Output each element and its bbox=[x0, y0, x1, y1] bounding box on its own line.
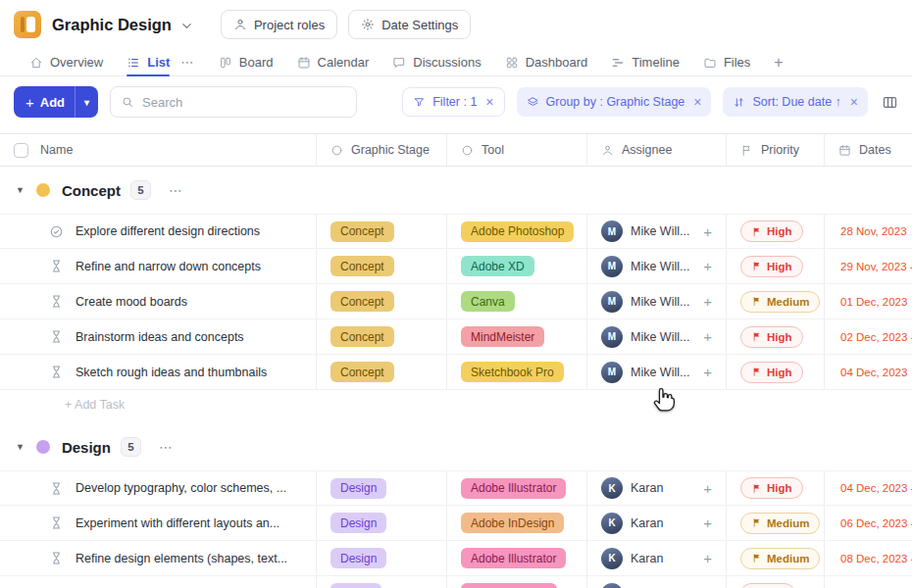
column-header-tool[interactable]: Tool bbox=[446, 134, 586, 166]
stage-badge[interactable]: Design bbox=[330, 513, 386, 533]
add-task-button[interactable]: + Add Task bbox=[0, 390, 912, 419]
avatar[interactable]: K bbox=[601, 477, 623, 499]
add-assignee-button[interactable]: + bbox=[703, 364, 726, 380]
tab-discussions[interactable]: Discussions bbox=[392, 49, 481, 75]
table-row-partial[interactable] bbox=[0, 576, 912, 588]
table-row[interactable]: Sketch rough ideas and thumbnails Concep… bbox=[0, 355, 912, 390]
task-pending-icon[interactable] bbox=[49, 481, 64, 496]
column-header-assignee[interactable]: Assignee bbox=[586, 134, 726, 166]
groupby-chip-close-icon[interactable]: × bbox=[693, 94, 701, 110]
priority-badge[interactable]: High bbox=[740, 477, 803, 499]
table-row[interactable]: Experiment with different layouts an... … bbox=[0, 506, 912, 541]
list-tab-options[interactable]: ⋯ bbox=[180, 55, 195, 70]
filter-chip[interactable]: Filter : 1 × bbox=[402, 87, 504, 117]
stage-badge[interactable] bbox=[330, 583, 381, 588]
task-pending-icon[interactable] bbox=[49, 329, 64, 344]
sort-chip-close-icon[interactable]: × bbox=[850, 94, 858, 110]
stage-badge[interactable]: Design bbox=[330, 478, 386, 499]
add-assignee-button[interactable]: + bbox=[703, 480, 726, 497]
priority-badge[interactable]: High bbox=[740, 362, 803, 383]
task-done-icon[interactable] bbox=[49, 224, 64, 239]
priority-badge[interactable]: Medium bbox=[740, 548, 820, 569]
task-pending-icon[interactable] bbox=[49, 515, 64, 530]
priority-badge[interactable] bbox=[740, 583, 795, 588]
group-collapse-chevron[interactable]: ▼ bbox=[16, 185, 25, 195]
group-options-icon[interactable]: ⋯ bbox=[169, 182, 184, 198]
column-header-priority[interactable]: Priority bbox=[726, 134, 824, 166]
priority-badge[interactable]: Medium bbox=[740, 291, 820, 313]
avatar[interactable]: M bbox=[601, 291, 623, 313]
groupby-chip[interactable]: Group by : Graphic Stage × bbox=[517, 87, 712, 117]
tool-badge[interactable]: Adobe Photoshop bbox=[461, 221, 574, 242]
task-pending-icon[interactable] bbox=[49, 365, 64, 379]
tab-dashboard[interactable]: Dashboard bbox=[505, 49, 588, 75]
add-assignee-button[interactable]: + bbox=[703, 223, 726, 240]
tool-badge[interactable]: MindMeister bbox=[461, 326, 544, 347]
tool-badge[interactable] bbox=[461, 583, 557, 588]
avatar[interactable]: K bbox=[601, 548, 623, 569]
add-view-button[interactable]: + bbox=[774, 54, 783, 72]
table-row[interactable]: Refine design elements (shapes, text... … bbox=[0, 541, 912, 576]
due-date[interactable]: 28 Nov, 2023 bbox=[840, 225, 907, 237]
group-collapse-chevron[interactable]: ▼ bbox=[16, 442, 25, 452]
tab-calendar[interactable]: Calendar bbox=[297, 49, 370, 75]
priority-badge[interactable]: High bbox=[740, 220, 803, 242]
due-date[interactable]: 04 Dec, 2023 bbox=[840, 367, 907, 378]
tab-list[interactable]: List bbox=[127, 49, 170, 75]
add-assignee-button[interactable]: + bbox=[703, 514, 726, 531]
workspace-logo-icon[interactable] bbox=[14, 11, 41, 38]
tab-board[interactable]: Board bbox=[219, 49, 274, 75]
table-row[interactable]: Brainstorm ideas and concepts Concept Mi… bbox=[0, 319, 912, 355]
task-pending-icon[interactable] bbox=[49, 259, 64, 273]
avatar[interactable]: M bbox=[601, 362, 623, 383]
add-button[interactable]: +Add ▾ bbox=[14, 86, 98, 118]
avatar[interactable] bbox=[601, 583, 623, 588]
avatar[interactable]: M bbox=[601, 220, 623, 242]
column-header-name[interactable]: Name bbox=[0, 134, 316, 166]
stage-badge[interactable]: Concept bbox=[330, 362, 394, 382]
add-assignee-button[interactable]: + bbox=[703, 328, 726, 345]
tab-overview[interactable]: Overview bbox=[29, 49, 103, 75]
avatar[interactable]: M bbox=[601, 326, 623, 348]
priority-badge[interactable]: High bbox=[740, 256, 803, 277]
tab-files[interactable]: Files bbox=[703, 49, 750, 75]
table-row[interactable]: Explore different design directions Conc… bbox=[0, 214, 912, 249]
add-assignee-button[interactable]: + bbox=[703, 258, 726, 274]
columns-settings-icon[interactable] bbox=[882, 94, 898, 111]
tool-badge[interactable]: Canva bbox=[461, 291, 515, 312]
add-dropdown-caret[interactable]: ▾ bbox=[75, 86, 98, 118]
sort-chip[interactable]: Sort: Due date ↑ × bbox=[723, 87, 868, 117]
priority-badge[interactable]: Medium bbox=[740, 513, 820, 534]
column-header-stage[interactable]: Graphic Stage bbox=[316, 134, 446, 166]
stage-badge[interactable]: Concept bbox=[330, 326, 394, 347]
tool-badge[interactable]: Adobe Illustrator bbox=[461, 548, 566, 568]
column-header-dates[interactable]: Dates bbox=[824, 134, 912, 166]
priority-badge[interactable]: High bbox=[740, 326, 803, 348]
due-date[interactable]: 08 Dec, 2023 - bbox=[840, 553, 912, 564]
tool-badge[interactable]: Adobe XD bbox=[461, 256, 534, 276]
table-row[interactable]: Create mood boards Concept Canva MMike W… bbox=[0, 284, 912, 319]
tool-badge[interactable]: Adobe InDesign bbox=[461, 513, 564, 533]
search-input[interactable] bbox=[142, 95, 346, 110]
add-assignee-button[interactable]: + bbox=[703, 550, 726, 566]
task-pending-icon[interactable] bbox=[49, 294, 64, 309]
date-settings-button[interactable]: Date Settings bbox=[348, 10, 471, 39]
search-box[interactable] bbox=[110, 86, 357, 118]
project-roles-button[interactable]: Project roles bbox=[221, 10, 337, 39]
title-chevron-icon[interactable] bbox=[179, 19, 194, 33]
tool-badge[interactable]: Sketchbook Pro bbox=[461, 362, 564, 382]
stage-badge[interactable]: Design bbox=[330, 548, 386, 568]
avatar[interactable]: M bbox=[601, 256, 623, 277]
filter-chip-close-icon[interactable]: × bbox=[485, 94, 493, 110]
table-row[interactable]: Develop typography, color schemes, ... D… bbox=[0, 470, 912, 506]
due-date[interactable]: 02 Dec, 2023 - bbox=[840, 331, 912, 343]
stage-badge[interactable]: Concept bbox=[330, 256, 394, 276]
select-all-checkbox[interactable] bbox=[14, 143, 28, 158]
due-date[interactable]: 06 Dec, 2023 - bbox=[840, 517, 912, 529]
task-pending-icon[interactable] bbox=[49, 551, 64, 565]
due-date[interactable]: 29 Nov, 2023 - bbox=[840, 261, 912, 272]
due-date[interactable]: 04 Dec, 2023 - bbox=[840, 482, 912, 494]
group-options-icon[interactable]: ⋯ bbox=[159, 439, 175, 455]
due-date[interactable]: 01 Dec, 2023 bbox=[840, 296, 907, 308]
tab-timeline[interactable]: Timeline bbox=[611, 49, 680, 75]
